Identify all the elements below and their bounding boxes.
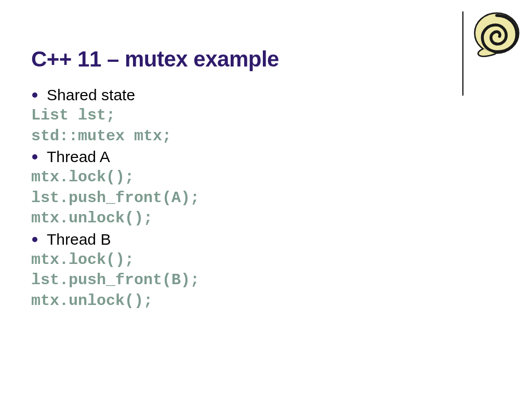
bullet-text: Thread B <box>47 231 111 248</box>
code-line: lst.push_front(B); <box>31 271 501 290</box>
bullet-text: Thread A <box>47 148 110 166</box>
bullet-dot-icon <box>32 237 37 242</box>
code-line: mtx.unlock(); <box>31 291 501 311</box>
code-line: mtx.unlock(); <box>31 209 501 229</box>
vertical-divider <box>462 11 463 96</box>
slide-title: C++ 11 – mutex example <box>31 47 501 72</box>
slide-content: C++ 11 – mutex example Shared state List… <box>0 0 532 399</box>
bullet-shared-state: Shared state <box>31 86 501 104</box>
bullet-thread-b: Thread B <box>31 231 501 248</box>
code-line: lst.push_front(A); <box>31 189 501 208</box>
code-line: mtx.lock(); <box>31 168 501 188</box>
code-line: mtx.lock(); <box>31 250 501 270</box>
code-line: List lst; <box>31 106 501 126</box>
snail-icon <box>473 11 521 57</box>
code-line: std::mutex mtx; <box>31 127 501 147</box>
bullet-text: Shared state <box>47 86 135 104</box>
bullet-dot-icon <box>32 154 37 159</box>
bullet-thread-a: Thread A <box>31 148 501 166</box>
bullet-dot-icon <box>32 92 37 98</box>
